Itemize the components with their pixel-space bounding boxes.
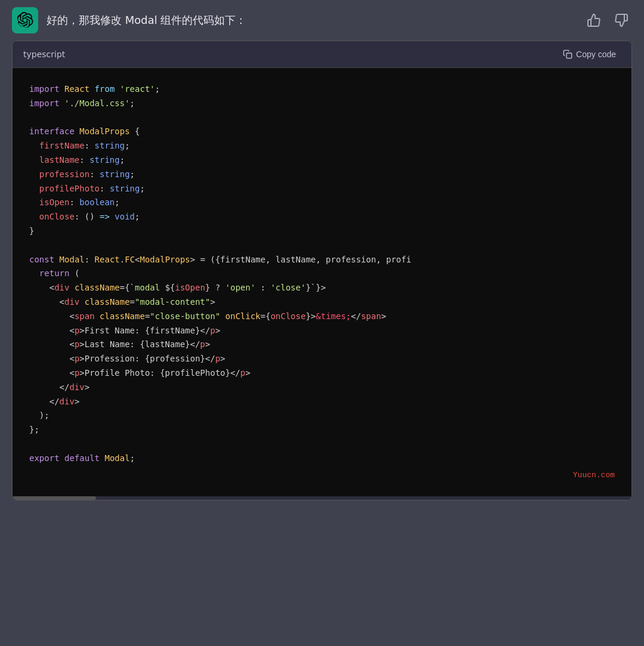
copy-code-label: Copy code [576, 50, 616, 59]
thumbs-down-icon [614, 13, 628, 27]
chatgpt-logo [12, 7, 38, 33]
horizontal-scrollbar[interactable] [13, 496, 631, 500]
header-left: 好的，那我修改 Modal 组件的代码如下： [12, 7, 246, 33]
header-bar: 好的，那我修改 Modal 组件的代码如下： [0, 0, 644, 41]
copy-icon [563, 50, 572, 59]
code-header: typescript Copy code [13, 41, 631, 68]
header-actions [583, 10, 632, 31]
thumbs-up-icon [587, 13, 601, 27]
response-title: 好的，那我修改 Modal 组件的代码如下： [47, 13, 246, 27]
watermark-text: Yuucn.com [573, 471, 615, 480]
scrollbar-thumb[interactable] [13, 496, 96, 500]
chatgpt-logo-icon [17, 12, 33, 29]
copy-code-button[interactable]: Copy code [558, 47, 621, 61]
code-block[interactable]: import React from 'react'; import './Mod… [13, 68, 631, 496]
watermark-area: Yuucn.com [29, 468, 615, 483]
svg-rect-0 [566, 53, 572, 58]
code-language-label: typescript [23, 50, 65, 59]
code-content: import React from 'react'; import './Mod… [29, 82, 615, 466]
thumbs-up-button[interactable] [583, 10, 605, 31]
code-wrapper: typescript Copy code import React from '… [12, 41, 632, 500]
thumbs-down-button[interactable] [611, 10, 632, 31]
